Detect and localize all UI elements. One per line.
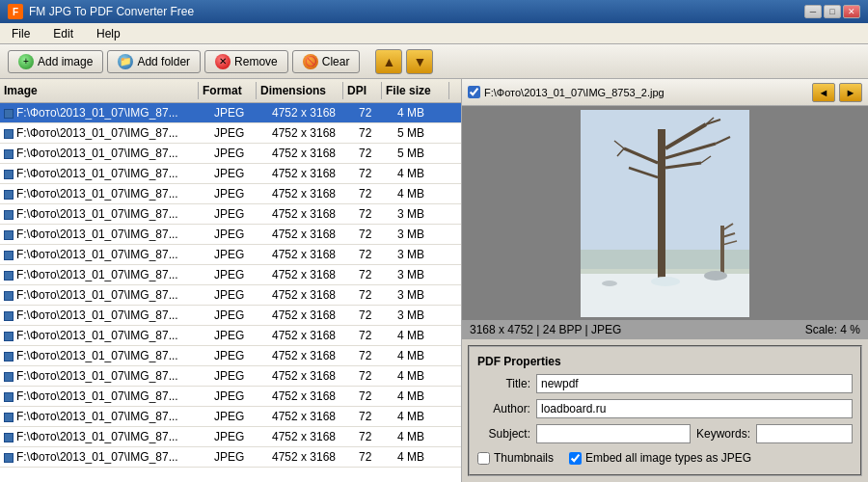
embed-checkbox[interactable]	[569, 452, 582, 465]
table-row[interactable]: F:\Фото\2013_01_07\IMG_87... JPEG 4752 x…	[0, 204, 461, 225]
cell-dpi: 72	[355, 246, 393, 263]
cell-size: 3 MB	[393, 307, 461, 324]
cell-path: F:\Фото\2013_01_07\IMG_87...	[0, 124, 210, 142]
cell-dpi: 72	[355, 165, 393, 182]
menu-edit[interactable]: Edit	[49, 25, 77, 42]
cell-size: 4 MB	[393, 185, 461, 202]
col-image: Image	[0, 82, 199, 99]
add-folder-label: Add folder	[137, 55, 190, 68]
author-label: Author:	[477, 402, 530, 415]
cell-dpi: 72	[355, 388, 393, 405]
cell-size: 3 MB	[393, 266, 461, 283]
subject-input[interactable]	[536, 424, 691, 443]
file-icon	[4, 230, 14, 240]
keywords-input[interactable]	[756, 424, 853, 443]
table-row[interactable]: F:\Фото\2013_01_07\IMG_87... JPEG 4752 x…	[0, 144, 461, 164]
cell-size: 4 MB	[393, 408, 461, 425]
svg-point-20	[704, 271, 727, 281]
image-status: 3168 x 4752 | 24 BPP | JPEG Scale: 4 %	[462, 320, 868, 339]
preview-image-svg	[581, 110, 749, 317]
cell-dpi: 72	[355, 286, 393, 304]
cell-format: JPEG	[210, 145, 268, 162]
cell-size: 4 MB	[393, 388, 461, 405]
clear-button[interactable]: 🚫 Clear	[292, 50, 361, 73]
add-image-button[interactable]: + Add image	[8, 50, 103, 73]
col-scroll-spacer	[449, 82, 461, 99]
cell-path: F:\Фото\2013_01_07\IMG_87...	[0, 388, 210, 405]
table-row[interactable]: F:\Фото\2013_01_07\IMG_87... JPEG 4752 x…	[0, 225, 461, 245]
preview-next-button[interactable]: ►	[839, 83, 862, 102]
maximize-button[interactable]: □	[824, 5, 841, 18]
cell-path: F:\Фото\2013_01_07\IMG_87...	[0, 104, 210, 121]
clear-label: Clear	[322, 55, 350, 68]
file-icon	[4, 311, 14, 321]
main-area: Image Format Dimensions DPI File size F:…	[0, 79, 868, 482]
table-row[interactable]: F:\Фото\2013_01_07\IMG_87... JPEG 4752 x…	[0, 103, 461, 123]
svg-point-21	[602, 281, 617, 286]
cell-dpi: 72	[355, 408, 393, 425]
remove-icon: ✕	[215, 54, 231, 69]
table-row[interactable]: F:\Фото\2013_01_07\IMG_87... JPEG 4752 x…	[0, 184, 461, 204]
cell-format: JPEG	[210, 185, 268, 202]
list-header: Image Format Dimensions DPI File size	[0, 79, 461, 103]
cell-path: F:\Фото\2013_01_07\IMG_87...	[0, 266, 210, 283]
table-row[interactable]: F:\Фото\2013_01_07\IMG_87... JPEG 4752 x…	[0, 245, 461, 265]
cell-format: JPEG	[210, 165, 268, 182]
cell-dpi: 72	[355, 448, 393, 466]
table-row[interactable]: F:\Фото\2013_01_07\IMG_87... JPEG 4752 x…	[0, 265, 461, 285]
table-row[interactable]: F:\Фото\2013_01_07\IMG_87... JPEG 4752 x…	[0, 285, 461, 306]
table-row[interactable]: F:\Фото\2013_01_07\IMG_87... JPEG 4752 x…	[0, 123, 461, 144]
keywords-label: Keywords:	[696, 427, 750, 441]
cell-path: F:\Фото\2013_01_07\IMG_87...	[0, 428, 210, 445]
image-scale: Scale: 4 %	[805, 323, 860, 336]
file-icon	[4, 372, 14, 382]
table-row[interactable]: F:\Фото\2013_01_07\IMG_87... JPEG 4752 x…	[0, 164, 461, 184]
preview-checkbox[interactable]	[468, 86, 480, 98]
cell-size: 3 MB	[393, 286, 461, 304]
table-row[interactable]: F:\Фото\2013_01_07\IMG_87... JPEG 4752 x…	[0, 407, 461, 427]
table-row[interactable]: F:\Фото\2013_01_07\IMG_87... JPEG 4752 x…	[0, 326, 461, 346]
cell-format: JPEG	[210, 124, 268, 142]
table-row[interactable]: F:\Фото\2013_01_07\IMG_87... JPEG 4752 x…	[0, 427, 461, 447]
close-button[interactable]: ✕	[843, 5, 860, 18]
table-row[interactable]: F:\Фото\2013_01_07\IMG_87... JPEG 4752 x…	[0, 387, 461, 407]
cell-dimensions: 4752 x 3168	[268, 145, 355, 162]
table-row[interactable]: F:\Фото\2013_01_07\IMG_87... JPEG 4752 x…	[0, 366, 461, 387]
table-row[interactable]: F:\Фото\2013_01_07\IMG_87... JPEG 4752 x…	[0, 447, 461, 468]
cell-dpi: 72	[355, 428, 393, 445]
cell-path: F:\Фото\2013_01_07\IMG_87...	[0, 286, 210, 304]
menu-file[interactable]: File	[8, 25, 34, 42]
cell-format: JPEG	[210, 448, 268, 466]
cell-path: F:\Фото\2013_01_07\IMG_87...	[0, 226, 210, 243]
menu-bar: File Edit Help	[0, 23, 868, 44]
author-input[interactable]	[536, 399, 853, 418]
add-folder-button[interactable]: 📁 Add folder	[107, 50, 201, 73]
minimize-button[interactable]: ─	[804, 5, 822, 18]
cell-format: JPEG	[210, 286, 268, 304]
menu-help[interactable]: Help	[93, 25, 124, 42]
cell-size: 4 MB	[393, 104, 461, 121]
cell-size: 4 MB	[393, 428, 461, 445]
cell-dimensions: 4752 x 3168	[268, 428, 355, 445]
thumbnails-checkbox[interactable]	[477, 452, 490, 465]
preview-prev-button[interactable]: ◄	[812, 83, 835, 102]
file-list-body[interactable]: F:\Фото\2013_01_07\IMG_87... JPEG 4752 x…	[0, 103, 461, 482]
title-input[interactable]	[536, 374, 853, 393]
author-field-row: Author:	[477, 399, 853, 418]
app-icon: F	[8, 4, 23, 19]
move-down-button[interactable]: ▼	[406, 49, 433, 74]
remove-label: Remove	[234, 55, 278, 68]
title-label: Title:	[477, 377, 530, 390]
title-bar: F FM JPG To PDF Converter Free ─ □ ✕	[0, 0, 868, 23]
table-row[interactable]: F:\Фото\2013_01_07\IMG_87... JPEG 4752 x…	[0, 346, 461, 366]
col-filesize: File size	[382, 82, 449, 99]
image-preview	[462, 106, 868, 320]
move-up-button[interactable]: ▲	[375, 49, 402, 74]
file-icon	[4, 392, 14, 402]
cell-path: F:\Фото\2013_01_07\IMG_87...	[0, 185, 210, 202]
table-row[interactable]: F:\Фото\2013_01_07\IMG_87... JPEG 4752 x…	[0, 306, 461, 326]
col-dpi: DPI	[343, 82, 382, 99]
cell-format: JPEG	[210, 367, 268, 385]
cell-format: JPEG	[210, 205, 268, 223]
remove-button[interactable]: ✕ Remove	[204, 50, 288, 73]
